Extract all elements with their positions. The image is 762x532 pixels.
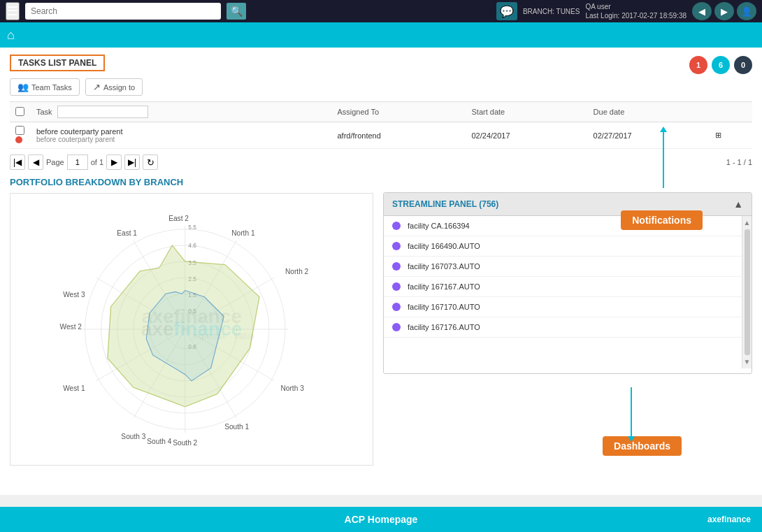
- select-all-checkbox[interactable]: [15, 107, 24, 116]
- main-content: Notifications TASKS LIST PANEL 1 6 0 👥 T…: [0, 48, 762, 495]
- col-task: Task: [31, 102, 331, 122]
- row-assigned-to: afrd/frontend: [331, 122, 466, 149]
- status-dot: [392, 303, 401, 311]
- portfolio-section: PORTFOLIO BREAKDOWN BY BRANCH axefinance: [10, 177, 752, 466]
- item-label: facility 167167.AUTO: [408, 282, 480, 291]
- notification-badges: 1 6 0: [689, 56, 752, 74]
- status-dot: [392, 222, 401, 230]
- list-item[interactable]: facility 167073.AUTO: [384, 257, 752, 277]
- svg-text:South 2: South 2: [173, 439, 197, 447]
- tasks-panel-header: TASKS LIST PANEL: [10, 55, 105, 71]
- chart-area: PORTFOLIO BREAKDOWN BY BRANCH axefinance: [10, 177, 373, 466]
- streamline-list: facility CA.166394 facility 166490.AUTO …: [384, 216, 752, 368]
- svg-text:North 2: North 2: [285, 268, 309, 275]
- item-label: facility 167176.AUTO: [408, 323, 480, 331]
- pagination-info: 1 - 1 / 1: [726, 158, 752, 166]
- svg-text:West 1: West 1: [63, 384, 85, 392]
- svg-text:4.6: 4.6: [188, 242, 196, 249]
- scroll-indicator: ▲ ▼: [742, 216, 752, 368]
- row-checkbox: [10, 122, 31, 149]
- row-start-date: 02/24/2017: [466, 122, 588, 149]
- row-task: before couterparty parent before couterp…: [31, 122, 331, 149]
- list-item[interactable]: facility 167167.AUTO: [384, 277, 752, 297]
- scroll-up-icon[interactable]: ▲: [744, 219, 751, 227]
- assign-to-button[interactable]: ↗ Assign to: [85, 78, 143, 96]
- svg-text:South 1: South 1: [224, 423, 249, 431]
- footer-text: ACP Homepage: [345, 514, 418, 525]
- assign-icon: ↗: [93, 82, 101, 92]
- svg-text:North 3: North 3: [280, 384, 304, 392]
- status-dot: [392, 323, 401, 331]
- table-row: before couterparty parent before couterp…: [10, 122, 752, 149]
- radar-chart-container: axefinance: [10, 193, 373, 466]
- footer-logo: axefinance: [707, 515, 751, 524]
- tasks-table: Task Assigned To Start date Due date bef…: [10, 101, 752, 149]
- svg-text:East 2: East 2: [168, 215, 189, 222]
- col-assigned: Assigned To: [331, 102, 466, 122]
- streamline-panel-title: STREAMLINE PANEL (756): [392, 199, 498, 209]
- footer: ACP Homepage axefinance: [0, 507, 762, 532]
- task-toolbar: 👥 Team Tasks ↗ Assign to: [10, 78, 752, 96]
- svg-text:5.5: 5.5: [188, 224, 196, 231]
- hamburger-icon[interactable]: ☰: [6, 2, 20, 20]
- page-last-button[interactable]: ▶|: [124, 154, 140, 170]
- chat-icon-button[interactable]: 💬: [496, 2, 517, 20]
- list-item[interactable]: facility 167170.AUTO: [384, 297, 752, 317]
- search-button[interactable]: 🔍: [227, 3, 246, 20]
- user-info: QA user Last Login: 2017-02-27 18:59:38: [585, 2, 686, 20]
- list-item[interactable]: facility 167176.AUTO: [384, 317, 752, 338]
- svg-text:North 1: North 1: [231, 229, 255, 237]
- status-dot: [392, 262, 401, 271]
- home-button[interactable]: ⌂: [7, 28, 15, 43]
- nav-forward-button[interactable]: ▶: [714, 2, 734, 20]
- nav-user-button[interactable]: 👤: [737, 2, 756, 20]
- col-actions: [710, 102, 752, 122]
- item-label: facility 167170.AUTO: [408, 303, 480, 311]
- pagination-bar: |◀ ◀ Page of 1 ▶ ▶| ↻ 1 - 1 / 1: [10, 154, 752, 170]
- page-label: Page: [46, 158, 64, 166]
- status-dot: [392, 242, 401, 250]
- home-bar: ⌂: [0, 22, 762, 48]
- branch-info: BRANCH: TUNES: [523, 7, 580, 16]
- badge-red[interactable]: 1: [689, 56, 707, 74]
- page-prev-button[interactable]: ◀: [28, 154, 43, 170]
- top-nav: ☰ 🔍 💬 BRANCH: TUNES QA user Last Login: …: [0, 0, 762, 22]
- page-next-button[interactable]: ▶: [106, 154, 122, 170]
- item-label: facility CA.166394: [408, 222, 470, 230]
- list-item[interactable]: facility CA.166394: [384, 216, 752, 236]
- streamline-panel: STREAMLINE PANEL (756) ▲ facility CA.166…: [383, 192, 752, 374]
- streamline-panel-header: STREAMLINE PANEL (756) ▲: [384, 193, 752, 216]
- badge-dark[interactable]: 0: [734, 56, 752, 74]
- nav-back-button[interactable]: ◀: [692, 2, 712, 20]
- refresh-button[interactable]: ↻: [143, 154, 158, 170]
- svg-text:West 2: West 2: [60, 323, 82, 331]
- item-label: facility 166490.AUTO: [408, 242, 480, 250]
- page-of: of 1: [91, 158, 103, 166]
- priority-dot: [15, 136, 22, 143]
- radar-chart-svg: 5.5 4.6 3.5 2.5 1.5 0.5 0.6 East 2 N: [10, 194, 373, 465]
- chart-title: PORTFOLIO BREAKDOWN BY BRANCH: [10, 177, 373, 187]
- task-filter-input[interactable]: [57, 106, 148, 118]
- scroll-down-icon[interactable]: ▼: [744, 358, 751, 366]
- streamline-collapse-icon[interactable]: ▲: [733, 199, 743, 210]
- svg-text:axefinance: axefinance: [141, 305, 241, 327]
- list-item[interactable]: facility 166490.AUTO: [384, 236, 752, 257]
- page-number-input[interactable]: [67, 154, 88, 170]
- svg-text:South 3: South 3: [121, 433, 145, 440]
- svg-text:South 4: South 4: [147, 438, 171, 445]
- svg-text:West 3: West 3: [63, 291, 85, 299]
- status-dot: [392, 282, 401, 291]
- search-input[interactable]: [25, 3, 221, 20]
- svg-text:expertise · Value: expertise · Value: [193, 331, 255, 341]
- row-select-checkbox[interactable]: [15, 126, 24, 135]
- page-first-button[interactable]: |◀: [10, 154, 25, 170]
- item-label: facility 167073.AUTO: [408, 262, 480, 271]
- row-due-date: 02/27/2017: [588, 122, 710, 149]
- col-due-date: Due date: [588, 102, 710, 122]
- team-icon: 👥: [17, 82, 29, 92]
- badge-teal[interactable]: 6: [712, 56, 730, 74]
- team-tasks-button[interactable]: 👥 Team Tasks: [10, 78, 80, 96]
- col-checkbox: [10, 102, 31, 122]
- col-start-date: Start date: [466, 102, 588, 122]
- row-action-icon[interactable]: ⊞: [710, 122, 752, 149]
